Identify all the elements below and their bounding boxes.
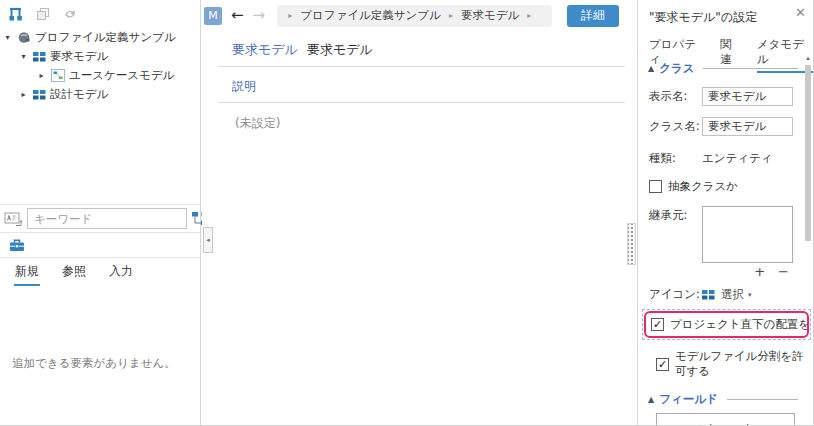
- navigator-toolbar: [0, 0, 200, 26]
- highlight-focus-ring: ✓ プロジェクト直下の配置を許可: [642, 309, 811, 340]
- icon-select-label: 選択: [721, 287, 744, 302]
- model-navigator-panel: ▾ プロファイル定義サンプル ▾ 要求モデル ▸ ユースケースモデル: [0, 0, 201, 425]
- section-divider: [703, 68, 798, 69]
- package-icon: [17, 31, 31, 44]
- description-empty-value[interactable]: (未設定): [235, 115, 625, 132]
- model-split-row[interactable]: ✓ モデルファイル分割を許可する: [656, 349, 814, 379]
- fields-listbox[interactable]: 名前 (Name) 説明 (Description) ユースケースモデル (ユー…: [656, 413, 795, 426]
- description-divider: [218, 102, 625, 103]
- class-icon-preview: [702, 289, 715, 301]
- abstract-class-label: 抽象クラスか: [668, 179, 738, 194]
- inherit-row: 継承元:: [649, 206, 814, 263]
- model-structure-icon[interactable]: [8, 7, 23, 21]
- panel-splitter-grip[interactable]: [627, 223, 636, 265]
- kind-label: 種類:: [649, 151, 702, 166]
- sidebar-collapse-handle[interactable]: ◂: [203, 227, 213, 253]
- keyword-search-row: [0, 204, 200, 233]
- project-placement-row-highlighted[interactable]: ✓ プロジェクト直下の配置を許可: [644, 311, 809, 338]
- class-name-input[interactable]: [702, 117, 793, 136]
- close-icon[interactable]: ✕: [795, 5, 806, 20]
- tree-item-label: 設計モデル: [50, 87, 108, 102]
- abstract-class-checkbox[interactable]: [649, 180, 662, 193]
- class-section-header[interactable]: ▲ クラス: [638, 52, 814, 76]
- tree-item-design-model[interactable]: ▸ 設計モデル: [0, 85, 200, 104]
- copy-icon[interactable]: [36, 7, 50, 21]
- title-class-link[interactable]: 要求モデル: [232, 42, 298, 57]
- project-placement-checkbox[interactable]: ✓: [651, 318, 664, 331]
- settings-content: ▴ ▲ クラス 表示名: クラス名: 種類: エンティティ: [638, 52, 814, 425]
- model-class-icon: [33, 51, 46, 63]
- collapse-triangle-icon[interactable]: ▲: [648, 64, 654, 73]
- sync-icon[interactable]: [63, 7, 77, 21]
- icon-row: アイコン: 選択 ▾: [649, 287, 814, 302]
- display-name-input[interactable]: [702, 87, 793, 106]
- title-name: 要求モデル: [307, 42, 373, 57]
- scrollbar[interactable]: ▴: [804, 54, 812, 425]
- model-split-label: モデルファイル分割を許可する: [675, 349, 814, 379]
- tree-expander-icon[interactable]: ▸: [36, 71, 47, 80]
- settings-panel: "要求モデル"の設定 ✕ プロパティ 関連 メタモデル ▴ ▲ クラス 表示名:…: [637, 0, 814, 425]
- settings-panel-title: "要求モデル"の設定: [638, 0, 814, 26]
- detail-button[interactable]: 詳細: [567, 5, 619, 27]
- inherit-label: 継承元:: [649, 206, 702, 223]
- collapse-triangle-icon[interactable]: ▲: [648, 395, 654, 404]
- description-section-label[interactable]: 説明: [232, 78, 625, 95]
- tree-expander-icon[interactable]: ▸: [18, 90, 29, 99]
- breadcrumb-item-requirement-model[interactable]: 要求モデル: [461, 8, 519, 23]
- kind-row: 種類: エンティティ: [649, 151, 814, 166]
- tree-item-profile-sample[interactable]: ▾ プロファイル定義サンプル: [0, 28, 200, 47]
- editor-header: M ← → ▸ プロファイル定義サンプル ▸ 要求モデル ▸ 詳細: [202, 0, 625, 30]
- inherit-list-buttons: + −: [638, 265, 789, 278]
- app-window: ▾ プロファイル定義サンプル ▾ 要求モデル ▸ ユースケースモデル: [0, 0, 814, 426]
- breadcrumb-separator-icon: ▸: [288, 11, 292, 20]
- inherit-listbox[interactable]: [702, 206, 793, 263]
- model-tree: ▾ プロファイル定義サンプル ▾ 要求モデル ▸ ユースケースモデル: [0, 26, 200, 104]
- scrollbar-thumb[interactable]: [805, 65, 811, 241]
- remove-button[interactable]: −: [778, 265, 789, 278]
- add-button[interactable]: +: [754, 265, 765, 278]
- kind-value: エンティティ: [702, 151, 773, 166]
- tab-reference[interactable]: 参照: [61, 258, 87, 286]
- icon-label: アイコン:: [649, 287, 702, 302]
- toolbox-icon[interactable]: [9, 238, 25, 252]
- tree-item-label: 要求モデル: [50, 49, 108, 64]
- editor-title: 要求モデル要求モデル: [232, 41, 625, 59]
- tree-item-usecase-model[interactable]: ▸ ユースケースモデル: [0, 66, 200, 85]
- class-name-row: クラス名:: [649, 117, 814, 136]
- title-divider: [218, 66, 625, 67]
- forward-arrow-icon: →: [253, 8, 266, 23]
- fields-section-title: フィールド: [659, 392, 718, 407]
- tab-new[interactable]: 新規: [14, 258, 40, 286]
- back-arrow-icon[interactable]: ←: [231, 8, 244, 23]
- model-split-checkbox[interactable]: ✓: [656, 358, 669, 371]
- display-name-label: 表示名:: [649, 89, 702, 104]
- tree-expander-icon[interactable]: ▾: [18, 52, 29, 61]
- model-class-icon: [33, 89, 46, 101]
- usecase-diagram-icon: [51, 69, 65, 82]
- section-divider: [727, 399, 798, 400]
- toolbox-tabs: 新規 参照 入力: [0, 258, 200, 286]
- model-view-badge[interactable]: M: [204, 7, 222, 25]
- toolbox-header: [0, 233, 200, 258]
- tab-input[interactable]: 入力: [108, 258, 134, 286]
- project-placement-label: プロジェクト直下の配置を許可: [670, 317, 809, 332]
- display-name-row: 表示名:: [649, 87, 814, 106]
- breadcrumb-separator-icon: ▸: [527, 11, 531, 20]
- class-section-title: クラス: [659, 61, 694, 76]
- keyword-search-input[interactable]: [27, 208, 187, 229]
- tree-item-requirement-model[interactable]: ▾ 要求モデル: [0, 47, 200, 66]
- tree-expander-icon[interactable]: ▾: [2, 33, 13, 42]
- field-item-name[interactable]: 名前 (Name): [657, 420, 794, 426]
- editor-panel: M ← → ▸ プロファイル定義サンプル ▸ 要求モデル ▸ 詳細 要求モデル要…: [202, 0, 625, 425]
- abstract-class-row[interactable]: 抽象クラスか: [649, 179, 814, 194]
- class-name-label: クラス名:: [649, 119, 702, 134]
- icon-select-dropdown[interactable]: 選択 ▾: [721, 287, 752, 302]
- toolbox-empty-message: 追加できる要素がありません。: [0, 356, 188, 371]
- tree-item-label: プロファイル定義サンプル: [35, 30, 176, 45]
- breadcrumb-item-profile-sample[interactable]: プロファイル定義サンプル: [300, 8, 441, 23]
- scrollbar-up-icon[interactable]: ▴: [804, 54, 812, 62]
- text-search-mode-icon[interactable]: [4, 211, 23, 227]
- breadcrumb[interactable]: ▸ プロファイル定義サンプル ▸ 要求モデル ▸: [277, 5, 552, 27]
- breadcrumb-separator-icon: ▸: [449, 11, 453, 20]
- fields-section-header[interactable]: ▲ フィールド: [638, 379, 814, 407]
